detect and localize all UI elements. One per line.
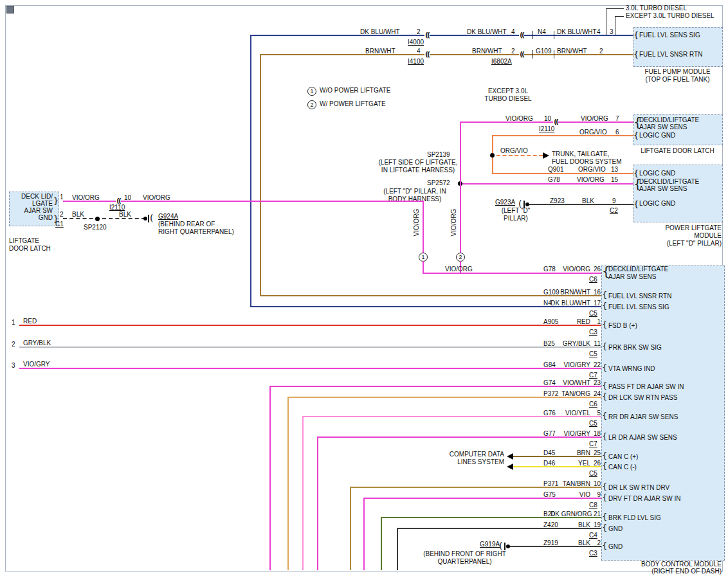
wire-plm-gnd	[529, 204, 633, 205]
ground-link-g924a[interactable]: G924A	[158, 213, 178, 221]
ground-dot-icon	[143, 217, 147, 221]
pin-number-label: 26	[590, 460, 601, 467]
splice-location: BODY HARNESS)	[367, 195, 463, 203]
module-pin-label: BRK FLD LVL SIG	[608, 514, 661, 522]
connector-link[interactable]: C7	[589, 440, 597, 448]
wire-drlck-pass-vert	[287, 397, 289, 570]
variant-note: EXCEPT 3.0L TURBO DIESEL	[626, 12, 714, 20]
pin-number-label: 25	[590, 449, 601, 457]
variant-ref-line	[615, 16, 615, 35]
circuit-id-label: G78	[548, 176, 560, 184]
wiring-diagram: 3.0L TURBO DIESEL EXCEPT 3.0L TURBO DIES…	[0, 0, 728, 576]
wire-color-label: YEL	[551, 460, 590, 467]
ground-location: RIGHT QUARTERPANEL)	[158, 228, 234, 236]
pin-number-label: 19	[590, 521, 601, 529]
connector-link[interactable]: C6	[589, 401, 597, 408]
system-label: TRUNK, TAILGATE,	[552, 150, 609, 158]
wire-color-label: VIO/ORG	[143, 194, 170, 202]
pin-number-label: 9	[612, 197, 616, 205]
pin-brace-icon: {	[602, 342, 607, 350]
pin-brace-icon: {	[602, 493, 607, 501]
legend-circle-1: 1	[307, 87, 316, 96]
wire-color-label: DK BLU/WHT	[557, 28, 597, 36]
pin-number-label: 26	[590, 266, 601, 273]
module-pin-label: AJAR SW SENS	[639, 185, 687, 193]
wire-color-label: VIO/ORG	[581, 115, 608, 123]
wire-option1-vert	[423, 201, 424, 253]
module-pin-label: DR LCK SW RTN PASS	[608, 394, 677, 402]
wire-lr-ajar-vert	[317, 437, 318, 570]
connector-link-c1[interactable]: C1	[55, 221, 64, 228]
module-pin-label: DRV FT DR AJAR SW IN	[608, 495, 680, 503]
wire-gnd-z420-vert	[397, 528, 398, 570]
module-pin-label: PRK BRK SW SIG	[608, 344, 662, 352]
splice-location: IN LIFTGATE HARNESS)	[360, 166, 476, 174]
wire-color-label: BRN/WHT	[365, 48, 396, 55]
pin-brace-icon: {	[633, 50, 639, 59]
pin-number-label: 2	[511, 48, 515, 55]
connector-link[interactable]: C6	[589, 276, 597, 284]
connector-link-i4100[interactable]: I4100	[408, 58, 424, 66]
wire-color-label: BLK	[119, 211, 131, 219]
connector-link[interactable]: C8	[589, 501, 597, 509]
module-caption: FUEL PUMP MODULE	[633, 68, 722, 76]
variant-ref-line	[606, 8, 624, 9]
corner-icon	[6, 6, 14, 14]
pin-brace-icon: {	[602, 381, 607, 390]
wire-color-label: TAN/BRN	[551, 480, 590, 488]
pin-number-label: 10	[544, 115, 551, 123]
ground-link-g919a[interactable]: G919A	[480, 541, 500, 548]
pin-brace-icon: }	[53, 197, 59, 205]
module-pin-label: FSD B (+)	[608, 322, 637, 330]
pin-brace-icon: {	[633, 131, 639, 140]
module-caption: (RIGHT END OF DASH)	[601, 568, 722, 575]
pin-brace-icon: {	[602, 411, 607, 420]
module-pin-label: RR DR AJAR SW SENS	[608, 413, 678, 421]
option-2-marker: 2	[456, 253, 465, 262]
connector-link[interactable]: C3	[589, 550, 597, 557]
connector-link-c2[interactable]: C2	[610, 207, 618, 215]
harness-tick	[532, 50, 533, 59]
module-caption: (TOP OF FUEL TANK)	[633, 76, 722, 84]
connector-link[interactable]: C5	[589, 350, 597, 358]
wire-number-label: 3	[12, 362, 15, 370]
splice-location: (LEFT "D" PILLAR, IN	[367, 188, 463, 195]
pin-brace-icon: {	[602, 482, 607, 491]
connector-link-i2110[interactable]: I2110	[539, 125, 554, 133]
ground-link-g923a[interactable]: G923A	[495, 199, 515, 206]
pin-number-label: 15	[611, 176, 618, 184]
connector-link[interactable]: C7	[589, 372, 597, 379]
connector-link[interactable]: C3	[589, 328, 597, 336]
pin-number-label: 21	[590, 510, 601, 518]
except-note: EXCEPT 3.0L	[473, 87, 543, 95]
ground-arc-icon: (	[150, 213, 153, 222]
wire-color-label: VIO/ORG	[72, 194, 100, 202]
wire-option2-vert	[460, 122, 461, 253]
connector-link[interactable]: C5	[589, 470, 597, 478]
pin-number-label: 7	[615, 115, 619, 123]
pin-number-label: 10	[124, 194, 131, 202]
connector-link[interactable]: C4	[589, 532, 597, 539]
connector-link-i6802a[interactable]: I6802A	[491, 58, 512, 66]
harness-tick	[554, 31, 554, 39]
legend-item: W/ POWER LIFTGATE	[320, 100, 386, 108]
wire-color-label: VIO/YEL	[551, 410, 590, 417]
module-pin-label: LR DR AJAR SW SENS	[608, 434, 677, 442]
splice-dot-sp2120	[95, 217, 100, 221]
option-1-marker: 1	[419, 253, 428, 262]
connector-link[interactable]: C5	[589, 420, 597, 428]
system-label: FUEL DOORS SYSTEM	[552, 158, 622, 166]
wire-color-label: BRN/WHT	[472, 48, 502, 55]
variant-ref-line	[615, 16, 624, 17]
connector-link-i4000[interactable]: I4000	[408, 39, 424, 46]
pin-number-label: 3	[610, 28, 614, 36]
connector-link[interactable]: C5	[589, 310, 597, 318]
except-note: TURBO DIESEL	[473, 95, 543, 103]
pin-number-label: 17	[590, 300, 601, 307]
wire-color-label: RED	[23, 318, 37, 325]
wire-color-label: BLK	[551, 521, 590, 529]
wire-color-label: RED	[551, 318, 590, 326]
ground-location: (LEFT "D"	[490, 207, 541, 215]
vertical-wire-label: VIO/ORG	[450, 203, 458, 242]
splice-label: SP2120	[84, 224, 107, 231]
